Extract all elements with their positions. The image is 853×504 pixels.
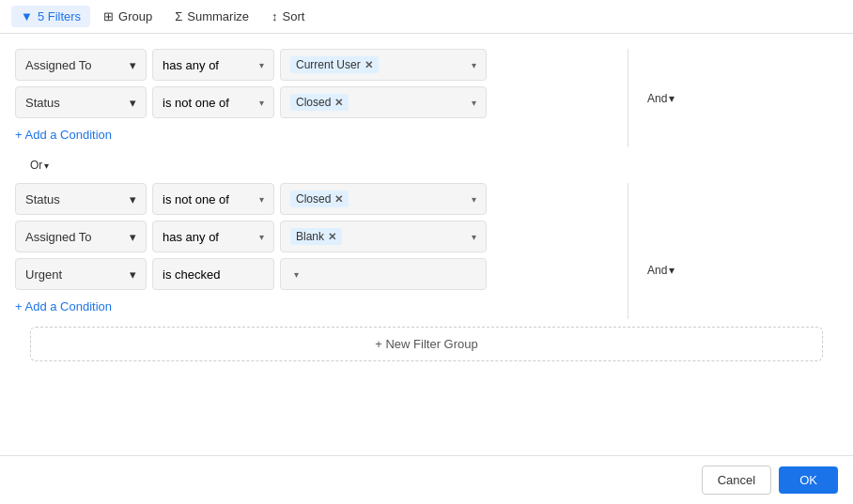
- filter-row-2-2: Assigned To ▾ has any of ▾ Blank ✕: [15, 221, 616, 252]
- value-select-2-1[interactable]: Closed ✕ ▾: [280, 183, 487, 215]
- field-label-2-1: Status: [25, 192, 60, 206]
- filter-icon: ▼: [21, 9, 33, 23]
- field-label-2-3: Urgent: [25, 267, 62, 282]
- add-condition-2[interactable]: + Add a Condition: [15, 294, 112, 319]
- filter-group-1: Assigned To ▾ has any of ▾ Current User …: [15, 49, 616, 147]
- value-select-2-2[interactable]: Blank ✕ ▾: [280, 221, 487, 252]
- chevron-down-icon: ▾: [130, 230, 136, 244]
- remove-tag-icon[interactable]: ✕: [334, 97, 343, 109]
- ok-button[interactable]: OK: [779, 466, 838, 494]
- footer: Cancel OK: [0, 455, 853, 504]
- group1-connector: And ▾: [640, 49, 706, 147]
- filter-row-1: Assigned To ▾ has any of ▾ Current User …: [15, 49, 616, 81]
- filters-label: 5 Filters: [38, 9, 81, 23]
- chevron-down-icon: ▾: [259, 98, 264, 108]
- chevron-down-icon: ▾: [259, 232, 264, 242]
- summarize-label: Summarize: [187, 9, 249, 23]
- chevron-down-icon: ▾: [472, 232, 476, 242]
- group2-connector: And ▾: [640, 183, 706, 319]
- group-icon: ⊞: [103, 9, 114, 23]
- value-select-1-1[interactable]: Current User ✕ ▾: [280, 49, 487, 81]
- filter-row-2-1: Status ▾ is not one of ▾ Closed ✕: [15, 183, 616, 215]
- and-connector-2[interactable]: And ▾: [647, 264, 675, 277]
- operator-select-2-1[interactable]: is not one of ▾: [152, 183, 274, 215]
- sort-icon: ↕: [271, 9, 278, 23]
- main-content: Assigned To ▾ has any of ▾ Current User …: [0, 34, 853, 504]
- group2-divider: [628, 183, 628, 319]
- group-button[interactable]: ⊞ Group: [94, 6, 162, 27]
- sort-label: Sort: [283, 9, 305, 23]
- field-select-2-1[interactable]: Status ▾: [15, 183, 147, 215]
- filter-container: Assigned To ▾ has any of ▾ Current User …: [0, 34, 853, 455]
- operator-label-1-2: is not one of: [163, 96, 229, 110]
- group1-divider: [628, 49, 628, 147]
- field-label-1-2: Status: [25, 96, 60, 110]
- new-filter-group-button[interactable]: + New Filter Group: [30, 327, 823, 361]
- chevron-down-icon: ▾: [472, 98, 476, 108]
- field-select-2-3[interactable]: Urgent ▾: [15, 258, 147, 290]
- summarize-icon: Σ: [175, 9, 182, 23]
- group-label: Group: [118, 9, 152, 23]
- chevron-down-icon: ▾: [669, 92, 675, 105]
- operator-select-2-2[interactable]: has any of ▾: [152, 221, 274, 252]
- value-select-2-3[interactable]: ▾: [280, 258, 487, 290]
- operator-select-1-1[interactable]: has any of ▾: [152, 49, 274, 81]
- chevron-down-icon: ▾: [44, 160, 49, 171]
- between-groups: Or ▾: [15, 159, 838, 172]
- value-tag-1-2: Closed ✕: [290, 94, 349, 111]
- operator-select-2-3[interactable]: is checked: [152, 258, 274, 290]
- remove-tag-icon[interactable]: ✕: [364, 59, 373, 71]
- toolbar: ▼ 5 Filters ⊞ Group Σ Summarize ↕ Sort: [0, 0, 853, 34]
- chevron-down-icon: ▾: [669, 264, 675, 277]
- operator-label-2-1: is not one of: [163, 192, 229, 206]
- chevron-down-icon: ▾: [472, 60, 476, 70]
- field-label-2-2: Assigned To: [25, 230, 92, 244]
- or-label: Or: [30, 159, 42, 172]
- chevron-down-icon: ▾: [130, 192, 136, 206]
- field-select-2-2[interactable]: Assigned To ▾: [15, 221, 147, 252]
- value-select-1-2[interactable]: Closed ✕ ▾: [280, 86, 487, 118]
- operator-label-1-1: has any of: [163, 58, 219, 72]
- value-tag-2-2: Blank ✕: [290, 228, 342, 245]
- value-tag-1-1: Current User ✕: [290, 56, 379, 73]
- chevron-down-icon: ▾: [130, 96, 136, 110]
- filter-group-2: Status ▾ is not one of ▾ Closed ✕: [15, 183, 616, 319]
- or-connector[interactable]: Or ▾: [30, 159, 49, 172]
- summarize-button[interactable]: Σ Summarize: [165, 6, 258, 27]
- remove-tag-icon[interactable]: ✕: [328, 231, 336, 243]
- chevron-down-icon: ▾: [472, 194, 476, 205]
- add-condition-1[interactable]: + Add a Condition: [15, 122, 112, 147]
- field-label-1-1: Assigned To: [25, 58, 92, 72]
- field-select-1-1[interactable]: Assigned To ▾: [15, 49, 147, 81]
- operator-label-2-3: is checked: [163, 267, 220, 282]
- sort-button[interactable]: ↕ Sort: [262, 6, 314, 27]
- operator-label-2-2: has any of: [163, 230, 219, 244]
- value-tag-2-1: Closed ✕: [290, 191, 349, 207]
- chevron-down-icon: ▾: [130, 58, 136, 72]
- chevron-down-icon: ▾: [294, 269, 299, 280]
- cancel-button[interactable]: Cancel: [702, 466, 771, 495]
- operator-select-1-2[interactable]: is not one of ▾: [152, 86, 274, 118]
- field-select-1-2[interactable]: Status ▾: [15, 86, 147, 118]
- chevron-down-icon: ▾: [259, 194, 264, 205]
- chevron-down-icon: ▾: [130, 267, 136, 282]
- and-connector-1[interactable]: And ▾: [647, 92, 675, 105]
- filter-row-1-2: Status ▾ is not one of ▾ Closed ✕: [15, 86, 616, 118]
- filters-button[interactable]: ▼ 5 Filters: [11, 6, 90, 27]
- filter-row-2-3: Urgent ▾ is checked ▾: [15, 258, 616, 290]
- chevron-down-icon: ▾: [259, 60, 264, 70]
- remove-tag-icon[interactable]: ✕: [334, 193, 343, 206]
